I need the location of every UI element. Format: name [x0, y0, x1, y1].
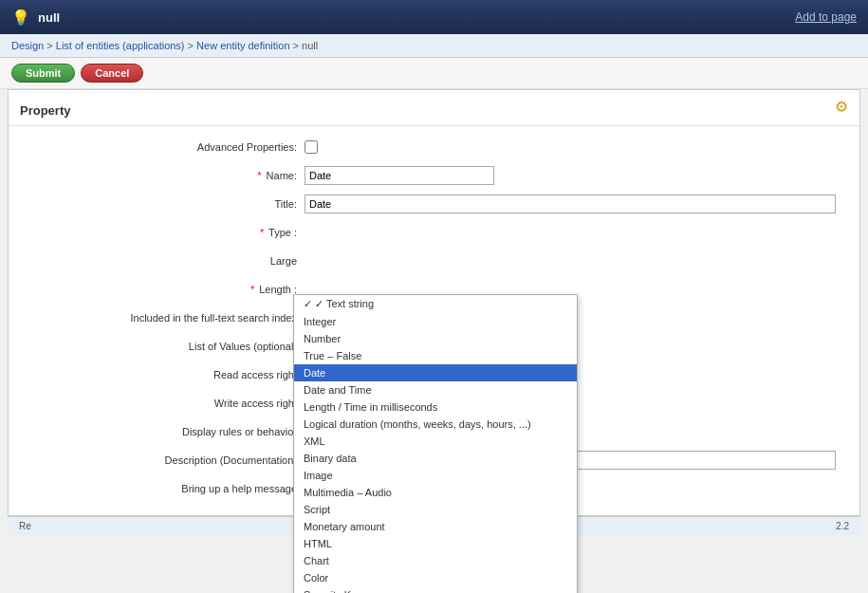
title-label: Title:	[20, 198, 305, 210]
breadcrumb-null: null	[302, 40, 318, 51]
header: 💡 null Add to page	[0, 0, 868, 34]
length-required-star: *	[250, 284, 254, 295]
dropdown-item-4[interactable]: Date	[294, 364, 577, 381]
fulltext-label: Included in the full-text search index	[20, 312, 305, 324]
dropdown-item-3[interactable]: True – False	[294, 347, 577, 364]
dropdown-item-10[interactable]: Image	[294, 467, 577, 484]
footer-right: 2.2	[836, 521, 849, 531]
dropdown-item-13[interactable]: Monetary amount	[294, 518, 577, 535]
dropdown-item-14[interactable]: HTML	[294, 535, 577, 552]
name-input[interactable]	[305, 166, 494, 185]
list-values-label: List of Values (optional)	[20, 341, 305, 352]
title-input[interactable]	[305, 195, 836, 213]
description-label: Description (Documentation)	[20, 454, 305, 466]
dropdown-item-17[interactable]: Security Key	[294, 586, 577, 593]
submit-button[interactable]: Submit	[11, 64, 75, 83]
add-to-page-button[interactable]: Add to page	[795, 10, 857, 24]
dropdown-item-6[interactable]: Length / Time in milliseconds	[294, 398, 577, 416]
dropdown-item-9[interactable]: Binary data	[294, 450, 577, 467]
dropdown-item-2[interactable]: Number	[294, 330, 577, 347]
dropdown-item-5[interactable]: Date and Time	[294, 381, 577, 398]
breadcrumb-design[interactable]: Design	[11, 40, 44, 51]
read-access-label: Read access right	[20, 369, 305, 380]
dropdown-item-11[interactable]: Multimedia – Audio	[294, 484, 577, 501]
dropdown-item-0[interactable]: ✓ Text string	[294, 295, 577, 313]
large-row: Large	[9, 250, 859, 272]
advanced-properties-checkbox[interactable]	[305, 140, 318, 154]
dropdown-item-8[interactable]: XML	[294, 433, 577, 450]
section-title: Property	[9, 100, 859, 126]
breadcrumb: Design > List of entities (applications)…	[0, 34, 868, 58]
gear-icon[interactable]: ⚙	[835, 98, 848, 116]
cancel-button[interactable]: Cancel	[81, 64, 143, 83]
dropdown-item-16[interactable]: Color	[294, 569, 577, 586]
title-row: Title:	[9, 193, 859, 215]
toolbar: Submit Cancel	[0, 58, 868, 89]
main-content: Property ⚙ Advanced Properties: * Name: …	[8, 89, 860, 516]
name-label: * Name:	[20, 170, 305, 181]
type-label: * Type :	[20, 227, 305, 238]
write-access-label: Write access right	[20, 398, 305, 409]
dropdown-item-15[interactable]: Chart	[294, 552, 577, 569]
breadcrumb-sep-3: >	[293, 40, 302, 51]
dropdown-item-12[interactable]: Script	[294, 501, 577, 518]
breadcrumb-sep-2: >	[188, 40, 196, 51]
advanced-properties-row: Advanced Properties:	[9, 136, 859, 158]
breadcrumb-list-entities[interactable]: List of entities (applications)	[56, 40, 185, 51]
length-label: * Length :	[20, 284, 305, 295]
app-title: null	[38, 10, 60, 25]
help-message-label: Bring up a help message	[20, 483, 305, 494]
large-label: Large	[20, 255, 305, 267]
name-required-star: *	[257, 170, 261, 181]
dropdown-item-1[interactable]: Integer	[294, 313, 577, 330]
footer-left: Re	[19, 521, 31, 531]
display-rules-label: Display rules or behavior	[20, 426, 305, 437]
lightbulb-icon: 💡	[11, 9, 30, 27]
type-row: * Type :	[9, 221, 859, 244]
advanced-properties-label: Advanced Properties:	[20, 141, 305, 153]
name-row: * Name:	[9, 164, 859, 187]
type-dropdown[interactable]: ✓ Text stringIntegerNumberTrue – FalseDa…	[293, 294, 578, 593]
breadcrumb-new-entity[interactable]: New entity definition	[196, 40, 289, 51]
type-required-star: *	[260, 227, 264, 238]
header-title-area: 💡 null	[11, 9, 60, 27]
dropdown-item-7[interactable]: Logical duration (months, weeks, days, h…	[294, 416, 577, 433]
breadcrumb-sep-1: >	[46, 40, 55, 51]
